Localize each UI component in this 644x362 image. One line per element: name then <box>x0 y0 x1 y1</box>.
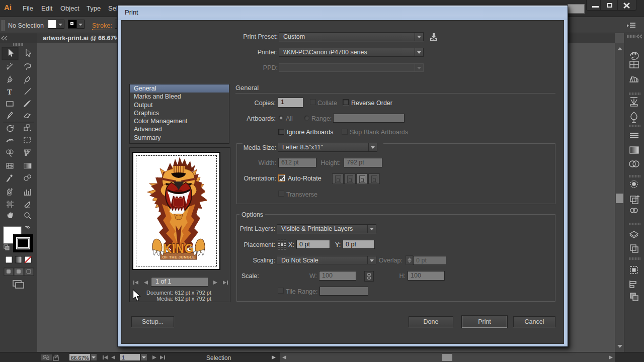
svg-text:KING: KING <box>164 241 194 256</box>
svg-text:T: T <box>7 88 12 96</box>
